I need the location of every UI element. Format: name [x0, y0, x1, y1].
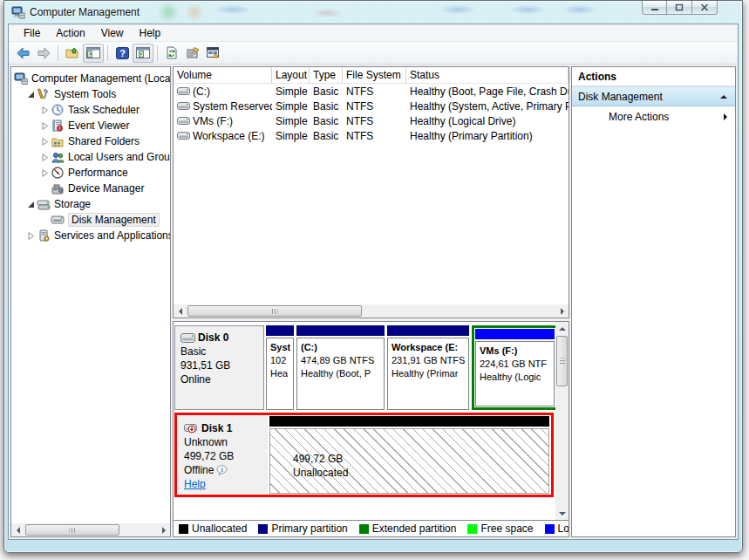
tree-item-storage[interactable]: Storage	[11, 196, 170, 212]
manage-console-icon[interactable]	[203, 44, 224, 63]
scroll-left-icon[interactable]	[11, 523, 24, 536]
partition-system-reserved[interactable]: Syst 102 Hea	[266, 325, 294, 410]
refresh-icon[interactable]	[161, 44, 182, 63]
disk1-header[interactable]: Disk 1 Unknown 499,72 GB Offline i Help	[178, 416, 268, 494]
collapsed-twisty-icon[interactable]	[40, 169, 49, 177]
help-icon[interactable]: ?	[112, 44, 133, 63]
scroll-down-icon[interactable]	[555, 507, 569, 520]
expanded-twisty-icon[interactable]	[26, 91, 35, 99]
titlebar: Computer Management	[8, 1, 739, 24]
disk-size: 931,51 GB	[180, 359, 260, 372]
more-actions-item[interactable]: More Actions	[572, 106, 735, 127]
up-one-level-icon[interactable]	[62, 44, 83, 63]
collapsed-twisty-icon[interactable]	[26, 232, 35, 240]
scroll-right-icon[interactable]	[555, 304, 569, 318]
services-icon	[37, 229, 51, 242]
scroll-left-icon[interactable]	[174, 304, 187, 318]
volume-layout: Simple	[272, 115, 310, 127]
disk1-unallocated[interactable]: 499,72 GB Unallocated	[268, 416, 549, 494]
maximize-button[interactable]	[667, 1, 692, 15]
collapsed-twisty-icon[interactable]	[40, 138, 49, 146]
app-icon	[11, 6, 25, 19]
volume-name: (C:)	[193, 85, 210, 98]
volume-name: VMs (F:)	[193, 115, 233, 127]
collapse-group-icon[interactable]	[720, 95, 727, 99]
scrollbar-thumb[interactable]	[25, 524, 119, 536]
submenu-arrow-icon	[724, 113, 727, 120]
scroll-right-icon[interactable]	[157, 523, 170, 536]
properties-icon[interactable]	[182, 44, 203, 63]
legend-item-unallocated: Unallocated	[179, 522, 247, 535]
toolbar: ?	[9, 42, 738, 65]
column-header-status[interactable]: Status	[406, 67, 569, 83]
tree-item-device-manager[interactable]: Device Manager	[11, 181, 170, 196]
volume-type: Basic	[310, 100, 343, 113]
unallocated-region[interactable]: 499,72 GB Unallocated	[269, 428, 549, 494]
tree-horizontal-scrollbar[interactable]	[11, 523, 170, 536]
app-body: File Action View Help ?	[8, 24, 739, 540]
unallocated-bar	[269, 416, 549, 427]
tree-item-computer-management[interactable]: Computer Management (Local	[11, 71, 170, 86]
menu-view[interactable]: View	[93, 25, 132, 41]
disk-name: Disk 0	[198, 331, 228, 345]
partition-vms-extended-selected[interactable]: VMs (F:) 224,61 GB NTF Healthy (Logic	[472, 325, 555, 410]
partition-status: Healthy (Boot, P	[301, 367, 382, 380]
collapsed-twisty-icon[interactable]	[40, 122, 49, 130]
collapsed-twisty-icon[interactable]	[40, 106, 49, 114]
volume-row[interactable]: System Reserved Simple Basic NTFS Health…	[174, 99, 569, 113]
info-icon[interactable]: i	[216, 465, 228, 475]
volume-file-system: NTFS	[343, 100, 406, 113]
tree-item-label: Storage	[54, 198, 91, 210]
unallocated-label: Unallocated	[293, 466, 548, 480]
disk0-header[interactable]: Disk 0 Basic 931,51 GB Online	[174, 325, 264, 410]
tree-item-services-applications[interactable]: Services and Applications	[11, 228, 170, 243]
menu-help[interactable]: Help	[132, 25, 169, 41]
back-icon[interactable]	[12, 44, 33, 63]
tree-item-disk-management[interactable]: Disk Management	[11, 212, 170, 228]
collapsed-twisty-icon[interactable]	[40, 154, 49, 161]
disk-vertical-scrollbar[interactable]	[555, 322, 569, 520]
column-header-volume[interactable]: Volume	[174, 67, 272, 83]
show-console-tree-icon[interactable]	[83, 44, 104, 63]
menu-file[interactable]: File	[16, 25, 48, 41]
column-header-file-system[interactable]: File System	[343, 67, 406, 83]
toolbar-separator	[107, 45, 108, 61]
disk0-row[interactable]: Disk 0 Basic 931,51 GB Online	[174, 325, 554, 410]
forward-icon[interactable]	[33, 44, 54, 63]
tree-item-local-users-groups[interactable]: Local Users and Groups	[11, 149, 170, 165]
tree-item-system-tools[interactable]: System Tools	[11, 86, 170, 102]
scroll-up-icon[interactable]	[555, 322, 569, 335]
expanded-twisty-icon[interactable]	[26, 201, 35, 208]
disk-management-view: Volume Layout Type File System Status (C…	[173, 66, 569, 537]
partition-workspace[interactable]: Workspace (E: 231,91 GB NTFS Healthy (Pr…	[387, 325, 469, 410]
unallocated-swatch	[179, 524, 188, 534]
column-header-layout[interactable]: Layout	[272, 67, 310, 83]
toolbar-separator	[58, 45, 58, 61]
tree-item-shared-folders[interactable]: Shared Folders	[11, 133, 170, 149]
volume-status: Healthy (System, Active, Primary P	[406, 100, 569, 113]
tree-item-label: Shared Folders	[68, 135, 140, 147]
volume-row[interactable]: (C:) Simple Basic NTFS Healthy (Boot, Pa…	[174, 84, 569, 99]
show-action-pane-icon[interactable]	[133, 44, 153, 63]
tree-item-task-scheduler[interactable]: Task Scheduler	[11, 102, 170, 118]
disk-icon	[180, 333, 195, 343]
actions-group-disk-management[interactable]: Disk Management	[572, 86, 735, 106]
menu-action[interactable]: Action	[48, 25, 92, 41]
help-link[interactable]: Help	[184, 478, 206, 490]
partition-c[interactable]: (C:) 474,89 GB NTFS Healthy (Boot, P	[296, 325, 385, 410]
volume-row[interactable]: Workspace (E:) Simple Basic NTFS Healthy…	[174, 128, 569, 143]
disk-graphical-section: Disk 0 Basic 931,51 GB Online	[174, 322, 569, 520]
tree-item-event-viewer[interactable]: ! Event Viewer	[11, 118, 170, 133]
close-button[interactable]	[692, 1, 718, 15]
scrollbar-thumb[interactable]	[187, 305, 362, 317]
scrollbar-thumb[interactable]	[556, 336, 568, 386]
disk1-row-highlighted[interactable]: Disk 1 Unknown 499,72 GB Offline i Help	[174, 413, 554, 497]
volume-list-horizontal-scrollbar[interactable]	[174, 304, 569, 318]
minimize-button[interactable]	[642, 1, 667, 15]
volume-row[interactable]: VMs (F:) Simple Basic NTFS Healthy (Logi…	[174, 113, 569, 128]
partition-status: Hea	[270, 367, 291, 380]
column-header-type[interactable]: Type	[310, 67, 343, 83]
tree-item-performance[interactable]: Performance	[11, 165, 170, 181]
computer-management-window: Computer Management File Action View Hel…	[3, 0, 743, 553]
menubar: File Action View Help	[9, 24, 738, 42]
